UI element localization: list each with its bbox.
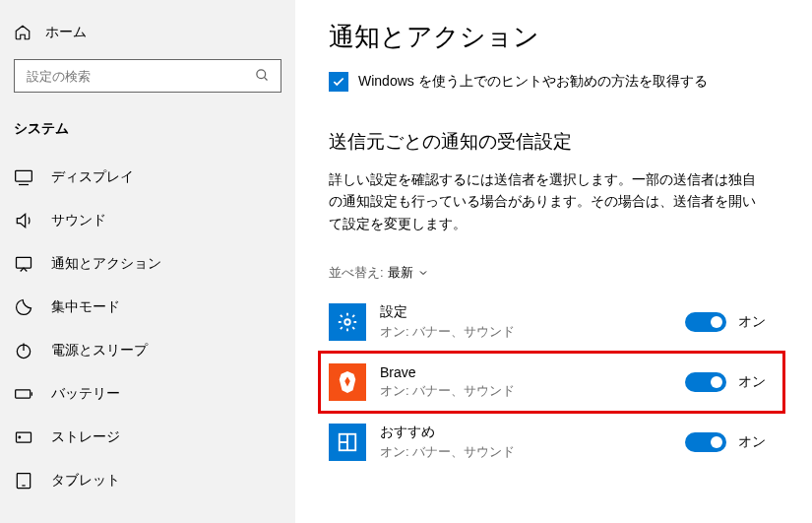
sidebar-item-label: ディスプレイ xyxy=(51,168,134,186)
display-icon xyxy=(14,167,33,187)
sort-dropdown[interactable]: 並べ替え: 最新 xyxy=(329,264,806,282)
power-icon xyxy=(14,341,33,360)
sidebar-item-sound[interactable]: サウンド xyxy=(0,199,295,242)
sidebar-item-label: タブレット xyxy=(51,472,120,490)
sender-toggle[interactable] xyxy=(685,432,726,452)
sidebar-item-display[interactable]: ディスプレイ xyxy=(0,156,295,199)
search-icon xyxy=(255,68,271,84)
sender-toggle[interactable] xyxy=(685,372,726,392)
home-icon xyxy=(14,24,31,41)
sidebar-item-label: 通知とアクション xyxy=(51,255,161,273)
svg-rect-7 xyxy=(16,390,31,398)
home-link[interactable]: ホーム xyxy=(0,16,295,49)
sender-name: 設定 xyxy=(380,303,671,321)
suggest-icon xyxy=(329,424,366,461)
sub-heading: 送信元ごとの通知の受信設定 xyxy=(329,129,806,155)
main-content: 通知とアクション Windows を使う上でのヒントやお勧めの方法を取得する 送… xyxy=(295,0,812,523)
toggle-label: オン xyxy=(738,373,766,391)
hint-row[interactable]: Windows を使う上でのヒントやお勧めの方法を取得する xyxy=(329,72,806,92)
svg-line-1 xyxy=(264,77,267,80)
sidebar-section-title: システム xyxy=(0,106,295,156)
description-text: 詳しい設定を確認するには送信者を選択します。一部の送信者は独自の通知設定も行って… xyxy=(329,168,762,234)
focus-icon xyxy=(14,297,33,317)
svg-point-10 xyxy=(19,436,21,438)
svg-point-13 xyxy=(344,319,350,325)
svg-rect-4 xyxy=(17,257,31,268)
home-label: ホーム xyxy=(45,24,87,41)
search-input[interactable] xyxy=(25,68,255,85)
sidebar-item-label: 集中モード xyxy=(51,298,120,316)
sidebar-item-battery[interactable]: バッテリー xyxy=(0,372,295,416)
brave-icon xyxy=(329,363,366,401)
sender-toggle[interactable] xyxy=(685,312,726,332)
chevron-down-icon xyxy=(417,267,429,279)
sort-label: 並べ替え: xyxy=(329,264,384,282)
battery-icon xyxy=(14,384,33,404)
sidebar-item-focus[interactable]: 集中モード xyxy=(0,286,295,329)
sidebar-item-storage[interactable]: ストレージ xyxy=(0,416,295,459)
tablet-icon xyxy=(14,471,33,490)
sound-icon xyxy=(14,211,33,230)
sender-name: おすすめ xyxy=(380,424,671,441)
hint-checkbox[interactable] xyxy=(329,72,348,92)
search-box[interactable] xyxy=(14,59,281,93)
sidebar-item-label: ストレージ xyxy=(51,428,120,446)
sidebar: ホーム システム ディスプレイ サウンド 通知とアクション 集中モード xyxy=(0,0,295,523)
svg-point-0 xyxy=(257,70,266,79)
sidebar-item-label: サウンド xyxy=(51,212,106,229)
sort-value: 最新 xyxy=(388,264,413,282)
sidebar-item-label: バッテリー xyxy=(51,385,120,403)
sender-sub: オン: バナー、サウンド xyxy=(380,443,671,461)
hint-label: Windows を使う上でのヒントやお勧めの方法を取得する xyxy=(358,73,708,91)
notification-icon xyxy=(14,254,33,274)
sender-row-brave[interactable]: Brave オン: バナー、サウンド オン xyxy=(318,351,785,414)
sender-sub: オン: バナー、サウンド xyxy=(380,382,671,400)
page-title: 通知とアクション xyxy=(329,20,806,54)
sidebar-item-power[interactable]: 電源とスリープ xyxy=(0,329,295,372)
gear-icon xyxy=(329,303,366,341)
sender-name: Brave xyxy=(380,364,671,380)
sender-row-settings[interactable]: 設定 オン: バナー、サウンド オン xyxy=(329,294,785,351)
toggle-label: オン xyxy=(738,313,766,331)
sidebar-item-notifications[interactable]: 通知とアクション xyxy=(0,242,295,286)
storage-icon xyxy=(14,427,33,447)
svg-rect-2 xyxy=(16,170,32,181)
sidebar-item-tablet[interactable]: タブレット xyxy=(0,459,295,502)
toggle-label: オン xyxy=(738,433,766,451)
sender-row-suggest[interactable]: おすすめ オン: バナー、サウンド オン xyxy=(329,414,785,471)
sidebar-item-label: 電源とスリープ xyxy=(51,342,148,360)
sender-sub: オン: バナー、サウンド xyxy=(380,323,671,341)
